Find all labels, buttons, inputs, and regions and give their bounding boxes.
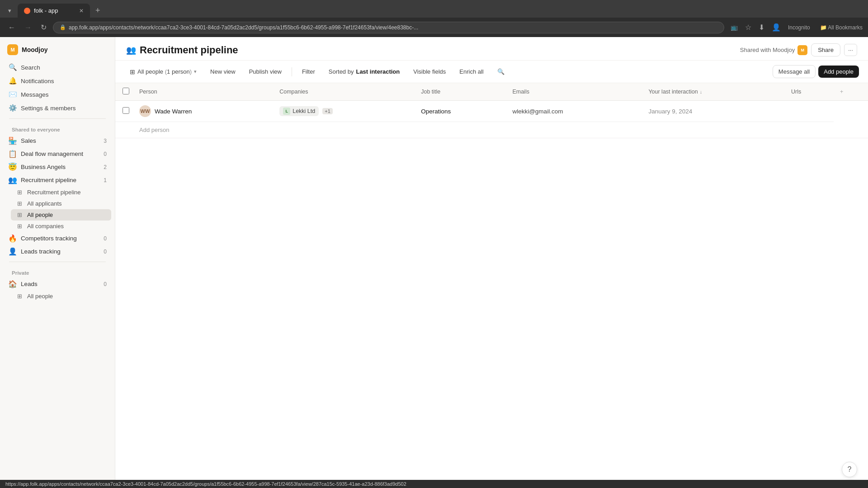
search-toolbar-button[interactable]: 🔍 — [492, 66, 510, 78]
tab-list-button[interactable]: ▾ — [5, 5, 14, 16]
settings-icon: ⚙️ — [8, 104, 17, 112]
sidebar-item-search[interactable]: 🔍 Search — [4, 61, 111, 74]
table-icon-1: ⊞ — [15, 189, 24, 196]
reload-button[interactable]: ↻ — [38, 21, 49, 33]
recruitment-children: ⊞ Recruitment pipeline ⊞ All applicants … — [4, 187, 111, 232]
enrich-all-button[interactable]: Enrich all — [454, 66, 489, 78]
message-all-button[interactable]: Message all — [773, 65, 816, 78]
sales-count: 3 — [104, 138, 107, 144]
sidebar-group-leads: 🏠 Leads 0 ⊞ All people — [4, 277, 111, 302]
sidebar-child-all-applicants[interactable]: ⊞ All applicants — [11, 198, 111, 209]
tab-close-button[interactable]: ✕ — [79, 8, 84, 14]
app-container: M Moodjoy 🔍 Search 🔔 Notifications ✉️ Me… — [0, 37, 868, 480]
filter-button[interactable]: Filter — [297, 66, 321, 78]
table-icon-2: ⊞ — [15, 200, 24, 207]
person-info: WW Wade Warren — [139, 105, 267, 117]
table-icon-4: ⊞ — [15, 223, 24, 230]
header-companies: Companies — [273, 83, 415, 101]
main-header: 👥 Recruitment pipeline Shared with Moodj… — [115, 37, 868, 61]
company-badge[interactable]: L Lekki Ltd — [279, 106, 319, 116]
add-people-button[interactable]: Add people — [818, 66, 859, 78]
address-text: app.folk.app/apps/contacts/network/ccaa7… — [69, 24, 418, 31]
back-button[interactable]: ← — [5, 22, 18, 33]
shared-badge: Shared with Moodjoy M — [740, 45, 807, 55]
sidebar-child-all-people[interactable]: ⊞ All people — [11, 209, 111, 221]
search-icon: 🔍 — [8, 63, 17, 71]
sidebar-group-competitors[interactable]: 🔥 Competitors tracking 0 — [4, 232, 111, 245]
sidebar-group-recruitment: 👥 Recruitment pipeline 1 ⊞ Recruitment p… — [4, 174, 111, 232]
leads-count: 0 — [104, 281, 107, 287]
sidebar-group-leads-header[interactable]: 🏠 Leads 0 — [4, 277, 111, 291]
company-name: Lekki Ltd — [292, 108, 315, 114]
bookmarks-bar-label: 📁 All Bookmarks — [816, 24, 863, 31]
person-avatar: WW — [139, 105, 151, 117]
competitors-label: Competitors tracking — [21, 235, 100, 242]
main-header-actions: Shared with Moodjoy M Share ··· — [740, 43, 857, 56]
address-bar[interactable]: 🔒 app.folk.app/apps/contacts/network/cca… — [53, 22, 724, 33]
add-person-checkbox-cell — [115, 122, 133, 138]
header-add-column[interactable]: + — [834, 83, 868, 101]
help-button[interactable]: ? — [842, 462, 857, 477]
screen-cast-button[interactable]: 📺 — [728, 21, 741, 33]
row-checkbox[interactable] — [123, 107, 129, 114]
private-section-label: Private — [4, 266, 111, 277]
recruitment-icon: 👥 — [8, 176, 17, 184]
toolbar: ⊞ All people (1 person) ▾ New view Publi… — [115, 61, 868, 83]
sidebar-notifications-label: Notifications — [21, 78, 107, 84]
bookmark-button[interactable]: ☆ — [742, 21, 754, 33]
sort-field: Last interaction — [356, 68, 400, 75]
new-tab-button[interactable]: + — [92, 4, 104, 17]
more-options-button[interactable]: ··· — [844, 44, 857, 56]
new-view-button[interactable]: New view — [205, 66, 241, 78]
header-person: Person — [133, 83, 273, 101]
sidebar-nav: 🔍 Search 🔔 Notifications ✉️ Messages ⚙️ … — [0, 59, 115, 304]
business-angels-label: Business Angels — [21, 164, 100, 170]
sales-label: Sales — [21, 137, 100, 144]
visible-fields-button[interactable]: Visible fields — [408, 66, 451, 78]
sidebar-item-settings[interactable]: ⚙️ Settings & members — [4, 101, 111, 115]
sidebar-child-leads-all-people[interactable]: ⊞ All people — [11, 291, 111, 302]
tab-favicon — [24, 8, 30, 14]
sidebar-group-leads-tracking[interactable]: 👤 Leads tracking 0 — [4, 245, 111, 258]
person-name[interactable]: Wade Warren — [155, 108, 192, 115]
notifications-icon: 🔔 — [8, 77, 17, 85]
download-button[interactable]: ⬇ — [756, 21, 767, 33]
sort-arrow-icon: ↓ — [700, 89, 703, 94]
header-job-title: Job title — [415, 83, 506, 101]
sidebar-item-messages[interactable]: ✉️ Messages — [4, 88, 111, 101]
forward-button[interactable]: → — [22, 22, 34, 33]
company-icon: L — [283, 108, 290, 115]
browser-tab-active[interactable]: folk - app ✕ — [18, 4, 90, 18]
sidebar-group-recruitment-header[interactable]: 👥 Recruitment pipeline 1 — [4, 174, 111, 187]
sidebar-group-business-angels[interactable]: 😇 Business Angels 2 — [4, 160, 111, 174]
table-icon-3: ⊞ — [15, 211, 24, 218]
recruitment-label: Recruitment pipeline — [21, 177, 100, 183]
sidebar-child-all-companies[interactable]: ⊞ All companies — [11, 221, 111, 232]
tab-title: folk - app — [34, 7, 58, 14]
table-body: WW Wade Warren L Lekki Ltd +1 — [115, 101, 868, 138]
add-person-row[interactable]: Add person — [115, 122, 868, 138]
sidebar: M Moodjoy 🔍 Search 🔔 Notifications ✉️ Me… — [0, 37, 115, 480]
sidebar-child-recruitment-pipeline[interactable]: ⊞ Recruitment pipeline — [11, 187, 111, 198]
person-cell: WW Wade Warren — [133, 101, 273, 122]
select-all-checkbox[interactable] — [123, 88, 129, 94]
all-people-view-button[interactable]: ⊞ All people (1 person) ▾ — [124, 66, 202, 78]
view-label: All people (1 person) — [137, 68, 192, 75]
org-initials: M — [10, 47, 14, 52]
shared-org-badge: M — [797, 45, 807, 55]
browser-chrome: ▾ folk - app ✕ + ← → ↻ 🔒 app.folk.app/ap… — [0, 0, 868, 37]
sort-button[interactable]: Sorted by Last interaction — [323, 66, 405, 78]
profile-button[interactable]: 👤 — [769, 21, 783, 33]
add-person-label[interactable]: Add person — [133, 122, 868, 138]
sidebar-group-sales[interactable]: 🏪 Sales 3 — [4, 134, 111, 147]
nav-bar: ← → ↻ 🔒 app.folk.app/apps/contacts/netwo… — [0, 18, 868, 37]
business-angels-icon: 😇 — [8, 163, 17, 171]
publish-view-button[interactable]: Publish view — [244, 66, 287, 78]
all-applicants-label: All applicants — [27, 200, 62, 207]
share-button[interactable]: Share — [811, 43, 840, 56]
header-last-interaction[interactable]: Your last interaction ↓ — [642, 83, 785, 101]
header-urls: Urls — [785, 83, 834, 101]
email-cell: wlekki@gmail.com — [506, 101, 642, 122]
sidebar-item-notifications[interactable]: 🔔 Notifications — [4, 74, 111, 88]
sidebar-group-deal-flow[interactable]: 📋 Deal flow management 0 — [4, 147, 111, 160]
